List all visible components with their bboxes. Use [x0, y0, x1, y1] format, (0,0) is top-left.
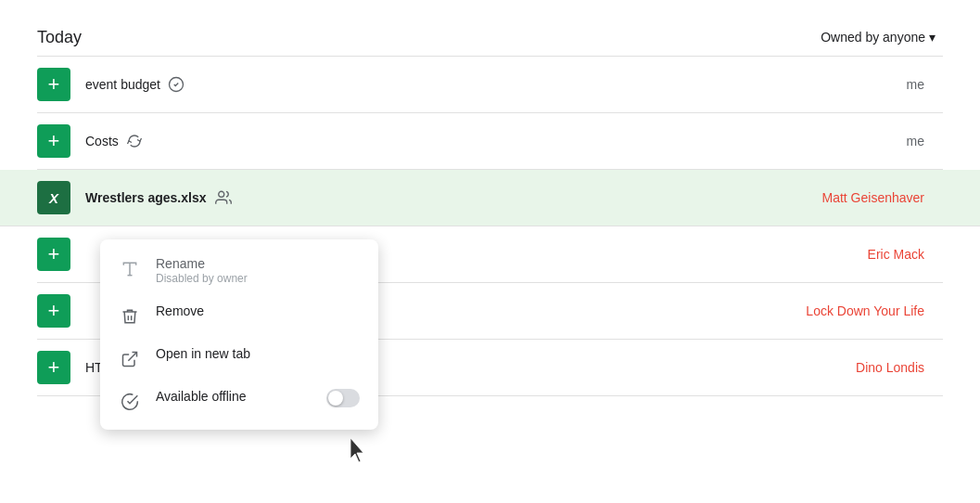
file-row-wrestlers[interactable]: X Wrestlers ages.xlsx Matt Geisenhaver	[0, 170, 980, 226]
offline-icon	[119, 391, 141, 413]
owner-label: Lock Down Your Life	[776, 303, 943, 318]
available-offline-text: Available offline	[156, 389, 247, 404]
header-row: Today Owned by anyone ▾	[37, 15, 943, 56]
owned-by-button[interactable]: Owned by anyone ▾	[813, 26, 943, 48]
today-label: Today	[37, 28, 82, 47]
sheets-icon: +	[37, 68, 70, 101]
sheets-icon: +	[37, 351, 70, 384]
check-circle-icon	[168, 76, 185, 94]
sheets-icon: +	[37, 124, 70, 158]
rename-text: Rename Disabled by owner	[156, 256, 248, 285]
available-offline-toggle[interactable]	[326, 389, 360, 407]
file-row[interactable]: + event budget me	[37, 57, 943, 113]
file-info: Costs	[85, 133, 776, 150]
owner-label: Eric Mack	[776, 247, 943, 262]
file-name: Costs	[85, 134, 119, 148]
chevron-down-icon: ▾	[929, 30, 935, 45]
available-offline-label: Available offline	[156, 389, 247, 404]
sheets-icon: +	[37, 238, 70, 271]
owner-label: Dino Londis	[776, 360, 943, 375]
trash-icon	[119, 305, 141, 328]
file-row[interactable]: + Costs me	[37, 113, 943, 170]
sheets-icon: +	[37, 294, 70, 328]
rename-icon	[119, 258, 141, 280]
file-name: Wrestlers ages.xlsx	[85, 190, 207, 205]
context-menu: Rename Disabled by owner Remove	[100, 239, 378, 430]
toggle-knob	[328, 391, 343, 406]
remove-text: Remove	[156, 303, 204, 318]
file-info: event budget	[85, 76, 776, 94]
remove-label: Remove	[156, 303, 204, 318]
owner-label: me	[776, 134, 943, 148]
open-new-tab-label: Open in new tab	[156, 346, 250, 361]
menu-item-open-new-tab[interactable]: Open in new tab	[100, 337, 378, 380]
owner-label: me	[776, 77, 943, 92]
svg-line-5	[128, 353, 136, 361]
owner-label: Matt Geisenhaver	[776, 190, 943, 205]
open-new-tab-text: Open in new tab	[156, 346, 250, 361]
rename-sublabel: Disabled by owner	[156, 272, 248, 285]
shared-people-icon	[214, 189, 233, 207]
excel-icon: X	[37, 181, 70, 214]
file-info: Wrestlers ages.xlsx	[85, 189, 776, 207]
cursor	[350, 438, 369, 464]
sync-icon	[126, 133, 143, 150]
menu-item-rename: Rename Disabled by owner	[100, 247, 378, 294]
rename-label: Rename	[156, 256, 248, 271]
svg-point-1	[218, 192, 223, 198]
owned-by-label: Owned by anyone	[821, 30, 925, 45]
menu-item-available-offline[interactable]: Available offline	[100, 380, 378, 422]
open-external-icon	[119, 348, 141, 370]
menu-item-remove[interactable]: Remove	[100, 294, 378, 337]
file-name: event budget	[85, 77, 160, 92]
